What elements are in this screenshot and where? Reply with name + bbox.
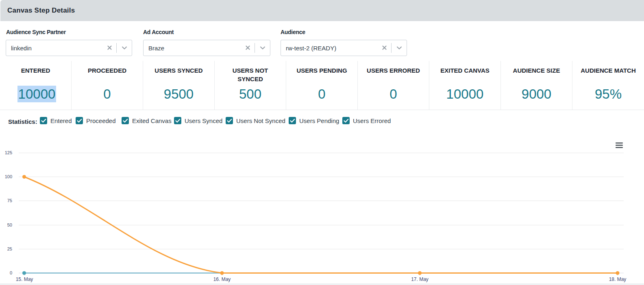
svg-text:17. May: 17. May [411, 276, 429, 282]
svg-text:16. May: 16. May [213, 276, 231, 282]
svg-text:75: 75 [7, 198, 12, 203]
svg-text:25: 25 [7, 246, 12, 251]
svg-text:15. May: 15. May [16, 276, 33, 282]
svg-text:18. May: 18. May [609, 276, 627, 282]
svg-text:100: 100 [5, 174, 12, 179]
svg-text:50: 50 [7, 222, 12, 227]
svg-text:125: 125 [5, 150, 12, 155]
svg-text:0: 0 [10, 270, 12, 275]
